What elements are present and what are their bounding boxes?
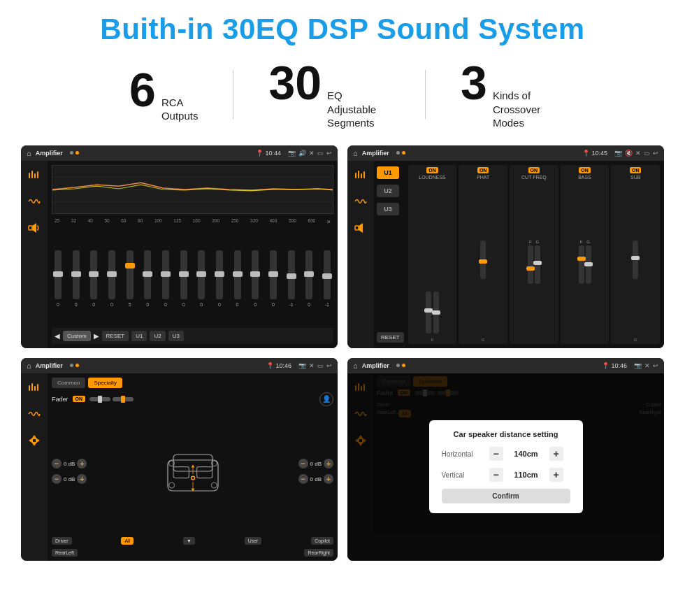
db-val-1: 0 dB [64,461,75,467]
car-diagram [89,409,295,534]
fader-h-thumb1 [98,396,102,403]
slider-val-7: 0 [164,302,167,307]
slider-track-10 [216,250,223,299]
vertical-minus[interactable]: − [489,468,503,482]
slider-col-7: 0 [162,250,169,307]
db-val-4: 0 dB [310,476,322,482]
fader-volume-icon: ✕ [309,362,315,369]
slider-col-11: 0 [234,250,241,307]
phat-on: ON [477,167,489,173]
eq-icon [26,166,43,183]
bass-on: ON [579,167,591,173]
all-label[interactable]: All [121,537,134,545]
svg-rect-25 [173,467,189,478]
u2-btn[interactable]: U2 [150,331,165,341]
wave-icon [26,193,43,210]
cx-reset[interactable]: RESET [377,332,404,343]
slider-col-5: 5 [127,250,134,307]
rearleft-label[interactable]: RearLeft [52,549,78,557]
cx-left-sidebar [347,161,374,348]
dialog-topbar-title: Amplifier [362,362,389,369]
reset-btn[interactable]: RESET [102,331,129,341]
slider-val-15: 0 [308,302,310,307]
cx-topbar-icons: 📷 🔇 ✕ ▭ ↩ [614,150,658,157]
slider-val-13: 0 [272,302,275,307]
minus-btn-2[interactable]: − [52,474,62,484]
prev-arrow[interactable]: ◀ [55,332,60,340]
common-tab[interactable]: Common [52,378,85,388]
fader-control-row: Fader ON 👤 [52,392,333,406]
speaker-icon [26,220,43,236]
fader-label: Fader [52,396,68,403]
driver-label[interactable]: Driver [52,537,72,545]
window-icon: ▭ [317,150,324,157]
vertical-row: Vertical − 110cm + [442,468,570,482]
cx-u-buttons: U1 U2 U3 RESET [377,164,404,345]
custom-btn[interactable]: Custom [63,331,91,341]
svg-rect-0 [29,173,30,178]
dialog-topbar-dots [396,364,405,367]
minus-btn-4[interactable]: − [298,474,308,484]
minus-btn-1[interactable]: − [52,459,62,468]
cx-eq-icon [352,166,369,183]
stat-eq-desc: EQ Adjustable Segments [327,89,390,130]
vertical-plus[interactable]: + [549,468,563,482]
horizontal-value: 140cm [509,450,544,458]
fader-on-btn[interactable]: ON [73,396,86,402]
plus-btn-3[interactable]: + [324,459,333,468]
db-ctrl-1: − 0 dB + [52,459,87,468]
minus-btn-3[interactable]: − [298,459,308,468]
fader-topbar: ⌂ Amplifier 📍 10:46 📷 ✕ ▭ ↩ [21,358,338,373]
cutfreq-slider2 [535,245,540,284]
horizontal-plus[interactable]: + [549,447,563,461]
freq-32: 32 [71,218,76,225]
svg-rect-15 [29,385,30,391]
camera-icon: 📷 [288,150,296,157]
down-arrow-btn[interactable]: ▼ [183,537,195,545]
svg-rect-1 [31,171,33,178]
plus-btn-2[interactable]: + [77,474,87,484]
eq-time: 📍 10:44 [256,150,281,157]
u1-btn[interactable]: U1 [131,331,147,341]
svg-rect-10 [358,171,359,178]
bottom-label-row: Driver All ▼ User Copilot [52,537,333,545]
page-title: Buith-in 30EQ DSP Sound System [21,13,664,46]
specialty-tab[interactable]: Specialty [88,378,122,388]
fader-close-icon: ▭ [317,362,324,369]
svg-rect-4 [29,226,32,230]
slider-val-3: 0 [92,302,95,307]
cx-u1[interactable]: U1 [377,166,399,179]
cx-main: U1 U2 U3 RESET ON LOUDNESS [374,161,664,348]
bass-label: BASS [578,175,591,180]
vertical-value: 110cm [509,471,544,479]
rearright-label[interactable]: RearRight [304,549,333,557]
slider-col-3: 0 [90,250,97,307]
fader-topbar-title: Amplifier [36,362,63,369]
stat-rca-number: 6 [129,66,156,113]
u3-btn[interactable]: U3 [168,331,184,341]
plus-btn-4[interactable]: + [324,474,333,484]
next-arrow[interactable]: ▶ [94,332,99,340]
slider-track-2 [73,250,80,299]
slider-track-3 [90,250,97,299]
fader-screen-content: Common Specialty Fader ON 👤 [21,373,338,561]
cutfreq-on: ON [528,167,540,173]
freq-200: 200 [212,218,219,225]
bottom-label-row-2: RearLeft RearRight [52,549,333,557]
cx-u3[interactable]: U3 [377,203,399,215]
confirm-button[interactable]: Confirm [442,489,570,503]
freq-320: 320 [250,218,258,225]
cx-u2[interactable]: U2 [377,185,399,197]
cx-screen-content: U1 U2 U3 RESET ON LOUDNESS [347,161,664,348]
fader-topbar-icons: 📷 ✕ ▭ ↩ [298,362,332,369]
horizontal-minus[interactable]: − [489,447,503,461]
back-icon: ↩ [326,150,332,157]
copilot-label[interactable]: Copilot [311,537,333,545]
user-label[interactable]: User [245,537,262,545]
plus-btn-1[interactable]: + [77,459,87,468]
stat-eq: 30 EQ Adjustable Segments [233,59,425,130]
stat-crossover-number: 3 [461,59,487,106]
speaker-diagram-area: − 0 dB + − 0 dB + [52,409,333,534]
eq-screen-content: 25 32 40 50 63 80 100 125 160 200 250 32… [21,161,338,348]
cx-speaker-icon [352,220,369,236]
